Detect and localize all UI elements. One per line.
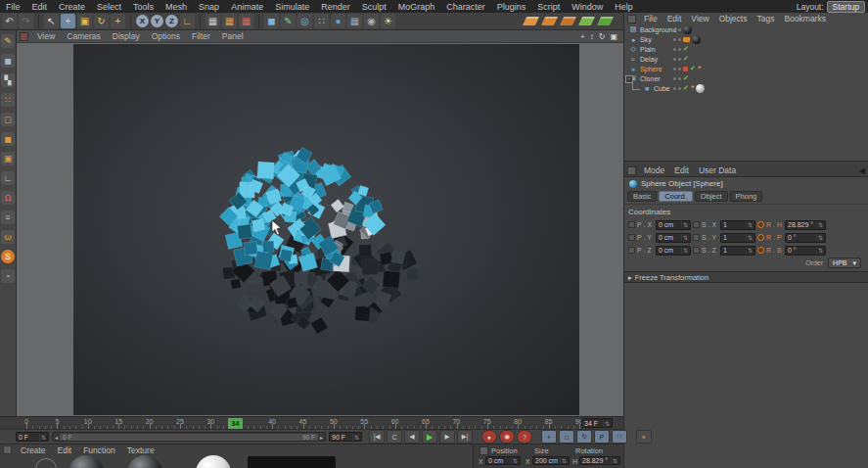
rotation-field[interactable]: 28.829 °⇅ [785, 220, 826, 230]
stepper-icon[interactable]: ⇅ [603, 420, 610, 427]
object-row-sky[interactable]: ●Sky [624, 34, 868, 44]
field-options-icon[interactable] [628, 234, 635, 241]
object-manager-window-icon[interactable] [627, 15, 636, 23]
preview-range-slider[interactable]: ◂ 0 F 90 F ▸ [52, 432, 326, 442]
lock-z-axis-icon[interactable]: Z [165, 15, 178, 27]
position-field[interactable]: 0 cm⇅ [656, 233, 691, 243]
texture-mode-icon[interactable]: ▚ [1, 73, 15, 87]
material-menu-function[interactable]: Function [77, 445, 121, 455]
stepper-icon[interactable]: ⇅ [816, 247, 823, 254]
record-parameter-toggle[interactable]: P [594, 430, 610, 444]
menu-item-mograph[interactable]: MoGraph [392, 2, 441, 12]
visibility-dot-editor[interactable] [673, 68, 676, 70]
material-menu-texture[interactable]: Texture [121, 445, 160, 455]
render-settings-icon[interactable]: ▦ [239, 14, 253, 28]
object-manager-menu-tags[interactable]: Tags [752, 14, 779, 23]
last-used-tool-icon[interactable]: + [111, 14, 125, 28]
record-rotation-toggle[interactable]: ↻ [576, 430, 592, 444]
enabled-check-icon[interactable]: ✓ [683, 84, 689, 92]
polygons-mode-icon[interactable]: ◼ [1, 132, 15, 146]
range-start-field[interactable]: 0 F ⇅ [16, 432, 49, 442]
object-manager-menu-view[interactable]: View [686, 14, 713, 23]
object-manager-menu-file[interactable]: File [639, 14, 662, 23]
misc-tool-icon[interactable]: ▪ [1, 269, 15, 283]
snap-icon[interactable]: Ω [1, 191, 15, 205]
viewport-menu-filter[interactable]: Filter [186, 31, 216, 41]
object-manager-menu-objects[interactable]: Objects [714, 14, 753, 23]
order-dropdown[interactable]: HPB ▾ [828, 257, 861, 268]
menu-item-file[interactable]: File [0, 2, 26, 12]
bulge-deformer-icon[interactable] [541, 17, 558, 25]
keyframe-tag-icon[interactable]: * [691, 85, 695, 91]
stepper-icon[interactable]: ⇅ [560, 457, 567, 464]
pen-tool-icon[interactable]: ✎ [1, 34, 15, 48]
add-camera-icon[interactable]: ◉ [364, 14, 379, 28]
attribute-menu-mode[interactable]: Mode [639, 165, 669, 175]
menu-item-help[interactable]: Help [609, 2, 639, 12]
stepper-icon[interactable]: ⇅ [816, 234, 823, 241]
stepper-icon[interactable]: ⇅ [681, 247, 688, 254]
record-pla-toggle[interactable]: ∷ [612, 430, 627, 444]
slider-left-arrow-icon[interactable]: ◂ [55, 434, 58, 441]
object-row-delay[interactable]: ≈Delay✓ [624, 54, 868, 64]
object-row-background[interactable]: ▨Background [624, 24, 868, 34]
object-row-cloner[interactable]: −▣Cloner✓ [624, 73, 868, 83]
move-tool-icon[interactable]: + [61, 14, 75, 28]
add-light-icon[interactable]: ☀ [381, 14, 395, 28]
zoom-view-icon[interactable]: ↕ [590, 32, 594, 41]
keyframe-circle-icon[interactable] [757, 234, 764, 241]
stepper-icon[interactable]: ⇅ [611, 457, 617, 464]
keyframe-circle-icon[interactable] [757, 221, 764, 228]
enabled-check-icon[interactable]: ✓ [683, 74, 689, 82]
size-x-field[interactable]: 200 cm ⇅ [532, 456, 570, 465]
scale-field[interactable]: 1⇅ [720, 233, 755, 243]
menu-item-simulate[interactable]: Simulate [269, 2, 315, 12]
viewport-menu-cameras[interactable]: Cameras [61, 31, 106, 41]
field-options-icon[interactable] [693, 221, 700, 228]
workplane-icon[interactable]: ∟ [1, 171, 15, 185]
edges-mode-icon[interactable]: ◻ [1, 113, 15, 126]
field-options-icon[interactable] [693, 234, 700, 241]
collapse-panel-icon[interactable]: ◀ [859, 166, 868, 175]
field-options-icon[interactable] [628, 247, 635, 254]
pan-view-icon[interactable]: + [580, 32, 585, 41]
stepper-icon[interactable]: ⇅ [816, 221, 823, 228]
layers-icon[interactable]: ≡ [1, 211, 15, 224]
visibility-dot-render[interactable] [678, 87, 681, 90]
grab-tool-icon[interactable]: ω [1, 230, 15, 244]
stepper-icon[interactable]: ⇅ [511, 457, 518, 464]
tab-object[interactable]: Object [695, 191, 728, 202]
play-preview-button[interactable]: C [387, 430, 402, 444]
viewport-render-area[interactable] [73, 44, 579, 415]
menu-item-render[interactable]: Render [315, 2, 356, 12]
visibility-dot-editor[interactable] [673, 58, 676, 61]
tab-phong[interactable]: Phong [730, 191, 763, 202]
menu-item-character[interactable]: Character [440, 2, 491, 12]
visibility-dot-editor[interactable] [673, 87, 676, 90]
material-sphere-1[interactable] [69, 455, 104, 468]
material-dark-thumbnail[interactable] [248, 456, 336, 468]
object-manager-menu-edit[interactable]: Edit [662, 14, 687, 23]
enabled-check-icon[interactable]: ✓ [683, 55, 689, 63]
points-mode-icon[interactable]: ∷ [1, 93, 15, 107]
menu-item-edit[interactable]: Edit [26, 2, 54, 12]
stepper-icon[interactable]: ⇅ [681, 234, 688, 241]
add-array-icon[interactable]: ∷ [314, 14, 329, 28]
object-row-sphere[interactable]: ●Sphere✓* [624, 64, 868, 73]
visibility-dot-render[interactable] [678, 48, 681, 51]
redo-icon[interactable]: ↷ [19, 14, 33, 28]
add-spline-icon[interactable]: ✎ [281, 14, 296, 28]
attribute-menu-edit[interactable]: Edit [669, 165, 694, 175]
visibility-dot-editor[interactable] [673, 77, 676, 80]
slider-right-arrow-icon[interactable]: ▸ [320, 434, 323, 441]
playback-options-icon[interactable]: ≡ [636, 430, 652, 444]
tab-basic[interactable]: Basic [627, 191, 657, 202]
timeline-playhead[interactable]: 34 [228, 418, 243, 429]
next-frame-button[interactable]: ▶ [439, 430, 455, 444]
viewport-window-icon[interactable] [20, 32, 28, 41]
add-metaball-icon[interactable]: ● [331, 14, 345, 28]
play-button[interactable]: ▶ [422, 430, 437, 444]
lock-y-axis-icon[interactable]: Y [151, 15, 163, 27]
material-window-icon[interactable] [3, 445, 12, 454]
object-row-cube[interactable]: ■Cube✓* [624, 83, 868, 93]
